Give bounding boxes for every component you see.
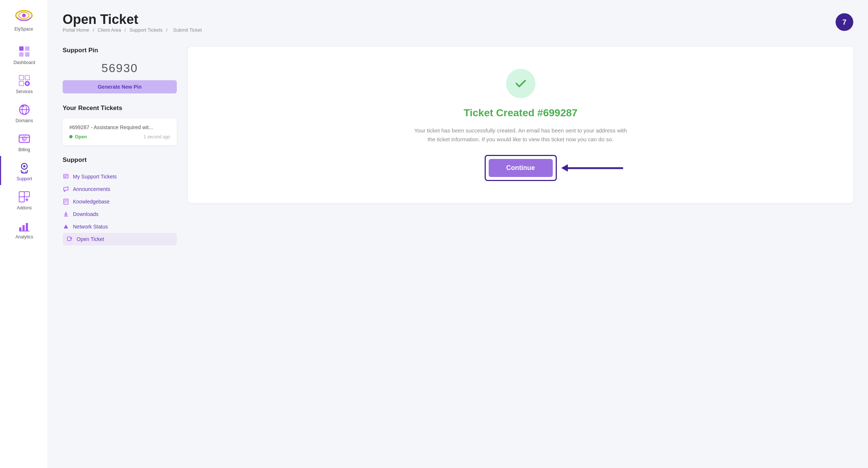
svg-rect-40: [64, 201, 67, 202]
svg-rect-35: [64, 177, 66, 177]
support-pin-value: 56930: [63, 61, 177, 75]
svg-rect-39: [64, 200, 67, 201]
ticket-icon: [63, 173, 69, 180]
svg-rect-42: [64, 216, 68, 216]
domains-icon: www: [18, 103, 31, 116]
breadcrumb-portal-home[interactable]: Portal Home: [63, 27, 89, 33]
content-area: Support Pin 56930 Generate New Pin Your …: [63, 47, 853, 245]
sidebar-item-analytics[interactable]: Analytics: [0, 214, 48, 243]
recent-tickets-title: Your Recent Tickets: [63, 104, 177, 112]
ticket-title: #699287 - Assistance Required wit...: [69, 124, 170, 130]
svg-marker-36: [64, 187, 68, 191]
link-my-support-tickets[interactable]: My Support Tickets: [63, 170, 177, 183]
left-panel: Support Pin 56930 Generate New Pin Your …: [63, 47, 177, 245]
ticket-status-row: Open 1 second ago: [69, 134, 170, 139]
link-label-open-ticket: Open Ticket: [77, 236, 104, 242]
open-ticket-icon: [66, 236, 73, 242]
sidebar-item-label-analytics: Analytics: [15, 234, 33, 240]
ticket-time: 1 second ago: [144, 134, 170, 139]
svg-marker-43: [64, 224, 68, 228]
ticket-created-desc: Your ticket has been successfully create…: [410, 126, 631, 144]
link-label-network-status: Network Status: [73, 224, 108, 230]
svg-rect-9: [19, 81, 24, 86]
logo-icon: [13, 7, 35, 26]
breadcrumb-support-tickets[interactable]: Support Tickets: [130, 27, 163, 33]
support-links: My Support Tickets Announcements Knowled…: [63, 170, 177, 245]
notification-badge[interactable]: 7: [836, 13, 853, 31]
svg-rect-26: [24, 192, 29, 197]
svg-rect-31: [22, 225, 25, 231]
svg-rect-4: [25, 46, 29, 51]
sidebar-item-label-services: Services: [16, 89, 33, 94]
sidebar-item-billing[interactable]: $ Billing: [0, 127, 48, 156]
link-network-status[interactable]: Network Status: [63, 220, 177, 233]
link-label-knowledgebase: Knowledgebase: [73, 199, 110, 205]
sidebar-item-label-support: Support: [17, 176, 32, 181]
logo: ElySpace: [13, 4, 35, 34]
link-label-announcements: Announcements: [73, 186, 110, 192]
svg-rect-7: [19, 75, 24, 80]
sidebar-item-label-billing: Billing: [18, 147, 30, 152]
support-section: Support My Support Tickets Announcements: [63, 156, 177, 245]
sidebar-item-dashboard[interactable]: Dashboard: [0, 40, 48, 69]
generate-pin-button[interactable]: Generate New Pin: [63, 80, 177, 93]
svg-rect-3: [19, 46, 24, 51]
svg-rect-27: [19, 197, 24, 202]
book-icon: [63, 198, 69, 205]
support-section-title: Support: [63, 156, 177, 164]
success-card: Ticket Created #699287 Your ticket has b…: [188, 47, 853, 203]
download-icon: [63, 211, 69, 217]
ticket-status: Open: [69, 134, 87, 139]
svg-point-22: [23, 165, 25, 167]
sidebar-item-support[interactable]: Support: [0, 156, 48, 185]
sidebar-item-label-domains: Domains: [15, 118, 33, 123]
arrow-line: [568, 167, 623, 169]
services-icon: [18, 74, 31, 87]
sidebar: ElySpace Dashboard Services www: [0, 0, 48, 468]
sidebar-item-label-dashboard: Dashboard: [14, 60, 35, 65]
svg-text:$: $: [23, 138, 25, 141]
link-open-ticket[interactable]: Open Ticket: [63, 233, 177, 245]
page-header: Open Ticket Portal Home / Client Area / …: [63, 12, 853, 44]
svg-rect-32: [26, 223, 28, 231]
logo-text: ElySpace: [14, 26, 33, 32]
ticket-card[interactable]: #699287 - Assistance Required wit... Ope…: [63, 118, 177, 145]
arrow-head: [561, 164, 568, 172]
sidebar-item-services[interactable]: Services: [0, 69, 48, 98]
svg-rect-5: [19, 52, 24, 57]
ticket-created-title: Ticket Created #699287: [464, 107, 577, 119]
svg-rect-37: [64, 191, 65, 192]
link-announcements[interactable]: Announcements: [63, 183, 177, 195]
support-pin-title: Support Pin: [63, 47, 177, 54]
dashboard-icon: [18, 45, 31, 58]
link-label-my-support-tickets: My Support Tickets: [73, 174, 117, 180]
continue-button[interactable]: Continue: [489, 159, 553, 177]
sidebar-item-label-addons: Addons: [17, 205, 32, 210]
link-downloads[interactable]: Downloads: [63, 208, 177, 220]
analytics-icon: [18, 219, 31, 233]
svg-point-2: [22, 14, 26, 17]
support-pin-section: Support Pin 56930 Generate New Pin: [63, 47, 177, 93]
sidebar-item-domains[interactable]: www Domains: [0, 98, 48, 127]
announcement-icon: [63, 186, 69, 192]
success-icon-circle: [506, 69, 535, 98]
svg-text:www: www: [21, 106, 26, 108]
continue-btn-wrapper: Continue: [485, 155, 557, 181]
svg-rect-25: [19, 192, 24, 197]
svg-rect-34: [64, 176, 67, 176]
link-label-downloads: Downloads: [73, 211, 98, 217]
status-text: Open: [75, 134, 87, 139]
network-icon: [63, 223, 69, 230]
sidebar-item-addons[interactable]: Addons: [0, 185, 48, 214]
continue-btn-container: Continue: [485, 155, 557, 181]
page-title: Open Ticket: [63, 12, 204, 27]
billing-icon: $: [18, 132, 31, 145]
checkmark-icon: [514, 77, 527, 90]
arrow-indicator: [568, 167, 623, 169]
breadcrumb-client-area[interactable]: Client Area: [98, 27, 121, 33]
svg-point-11: [26, 82, 28, 85]
svg-rect-30: [19, 227, 21, 231]
link-knowledgebase[interactable]: Knowledgebase: [63, 195, 177, 208]
addons-icon: [18, 190, 31, 203]
support-icon: [18, 161, 31, 174]
